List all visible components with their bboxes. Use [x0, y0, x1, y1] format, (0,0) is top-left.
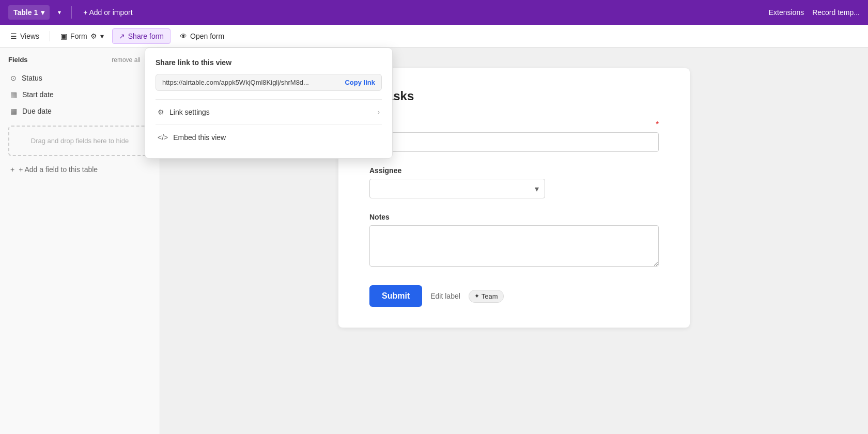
table-selector[interactable]: Table 1 ▾ [8, 5, 50, 20]
eye-icon: 👁 [180, 32, 187, 40]
form-footer: Submit Edit label ✦ Team [369, 285, 659, 307]
calendar-icon-start: ▦ [10, 90, 17, 99]
field-due-date[interactable]: ▦ Due date [8, 103, 151, 119]
field-due-date-label: Due date [22, 107, 52, 115]
collapse-chevron[interactable]: ▾ [54, 7, 65, 18]
table-name: Table 1 [13, 8, 38, 17]
views-button[interactable]: ☰ Views [6, 29, 43, 43]
link-row: https://airtable.com/appk5WkjQml8Kiglj/s… [156, 74, 382, 91]
share-icon: ↗ [119, 32, 125, 40]
popup-divider-1 [156, 99, 382, 100]
assignee-select-wrapper: ▾ [369, 179, 545, 198]
extensions-button[interactable]: Extensions [769, 8, 804, 17]
assignee-section: Assignee ▾ [369, 166, 659, 198]
sidebar-title: Fields [8, 56, 28, 64]
sidebar: Fields remove all ad ⊙ Status ▦ Start da… [0, 48, 160, 434]
edit-label-text: Edit label [430, 292, 460, 300]
team-icon: ✦ [474, 292, 479, 300]
gear-icon: ⚙ [158, 108, 164, 116]
toolbar: ☰ Views ▣ Form ⚙ ▾ ↗ Share form 👁 Open f… [0, 25, 868, 48]
embed-left: </> Embed this view [158, 133, 226, 142]
link-settings-left: ⚙ Link settings [158, 108, 210, 116]
link-settings-item[interactable]: ⚙ Link settings › [156, 102, 382, 122]
notes-section: Notes [369, 213, 659, 269]
toolbar-divider [50, 31, 50, 41]
views-label: Views [20, 32, 39, 40]
top-bar: Table 1 ▾ ▾ + Add or import Extensions R… [0, 0, 868, 25]
form-tab[interactable]: ▣ Form ⚙ ▾ [56, 29, 108, 43]
team-label: Team [482, 292, 498, 300]
remove-all-link[interactable]: remove all [112, 56, 140, 64]
embed-label: Embed this view [173, 133, 226, 142]
form-icon: ▣ [60, 32, 67, 40]
open-form-button[interactable]: 👁 Open form [175, 29, 229, 43]
drag-drop-text: Drag and drop fields here to hide [31, 137, 129, 145]
team-badge[interactable]: ✦ Team [469, 290, 504, 303]
field-status-label: Status [22, 74, 42, 82]
form-label: Form [70, 32, 87, 40]
submit-button[interactable]: Submit [369, 285, 422, 307]
status-icon: ⊙ [10, 74, 17, 82]
share-form-button[interactable]: ↗ Share form [112, 28, 171, 44]
notes-input[interactable] [369, 225, 659, 267]
share-form-label: Share form [128, 32, 164, 40]
share-url: https://airtable.com/appk5WkjQml8Kiglj/s… [162, 79, 340, 86]
form-chevron: ▾ [100, 32, 104, 40]
embed-view-item[interactable]: </> Embed this view [156, 127, 382, 148]
add-field-label: + Add a field to this table [19, 165, 98, 174]
open-form-label: Open form [190, 32, 224, 40]
notes-label: Notes [369, 213, 659, 221]
add-field-button[interactable]: + + Add a field to this table [8, 160, 151, 179]
link-settings-chevron: › [378, 109, 380, 116]
popup-divider-2 [156, 125, 382, 125]
form-title: e Tasks [369, 89, 659, 103]
field-status[interactable]: ⊙ Status [8, 70, 151, 86]
assignee-select[interactable] [369, 179, 545, 198]
hamburger-icon: ☰ [10, 32, 17, 40]
link-settings-label: Link settings [169, 108, 210, 116]
topbar-divider [71, 6, 72, 19]
table-chevron: ▾ [41, 8, 44, 17]
copy-link-button[interactable]: Copy link [345, 79, 375, 86]
name-section: * [369, 120, 659, 152]
record-template-button[interactable]: Record temp... [812, 8, 860, 17]
calendar-icon-due: ▦ [10, 107, 17, 115]
field-start-date-label: Start date [22, 90, 54, 99]
required-indicator: * [656, 120, 659, 128]
code-icon: </> [158, 133, 168, 142]
sidebar-header: Fields remove all ad [8, 56, 151, 64]
form-settings-icon: ⚙ [90, 32, 97, 40]
name-label: * [369, 120, 659, 128]
share-popup: Share link to this view https://airtable… [145, 48, 393, 159]
main-layout: Fields remove all ad ⊙ Status ▦ Start da… [0, 48, 868, 434]
drag-drop-zone: Drag and drop fields here to hide [8, 126, 151, 156]
field-start-date[interactable]: ▦ Start date [8, 86, 151, 103]
add-or-import-label: + Add or import [83, 8, 132, 17]
name-input[interactable] [369, 132, 659, 152]
add-or-import-button[interactable]: + Add or import [78, 5, 137, 20]
topbar-right: Extensions Record temp... [769, 8, 860, 17]
add-field-icon: + [10, 165, 14, 174]
assignee-label: Assignee [369, 166, 659, 175]
popup-title: Share link to this view [156, 58, 382, 67]
